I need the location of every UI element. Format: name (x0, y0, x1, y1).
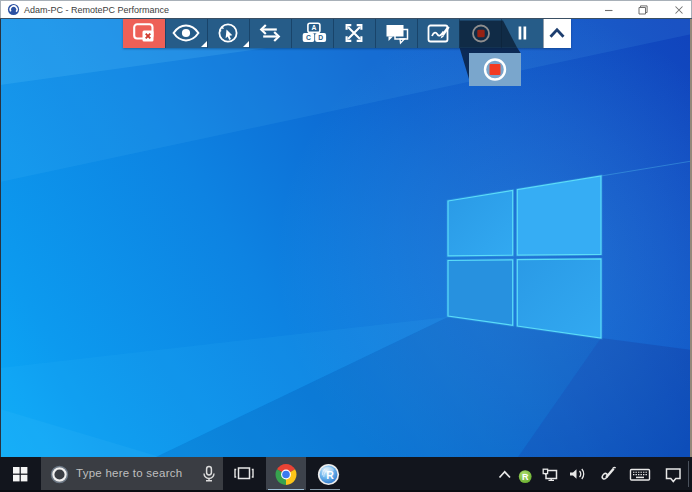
svg-text:R: R (326, 469, 334, 481)
svg-text:R: R (522, 472, 529, 482)
